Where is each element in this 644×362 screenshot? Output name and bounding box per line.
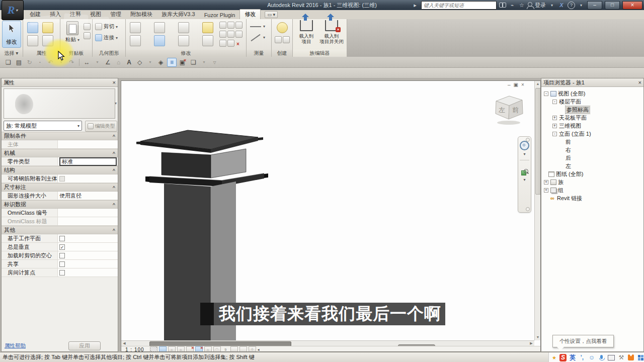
tab-view[interactable]: 视图 xyxy=(86,10,106,19)
tab-family-master[interactable]: 族库大师V3.3 xyxy=(157,10,200,19)
ime-language-toggle[interactable]: 英 xyxy=(570,353,576,362)
undo-dropdown-icon[interactable]: ▾ xyxy=(57,58,65,66)
punctuation-icon[interactable]: ’, xyxy=(579,354,585,361)
create-group-icon[interactable] xyxy=(277,22,288,33)
property-row-omniclass-number[interactable]: OmniClass 编号 xyxy=(2,209,118,217)
family-connectors-icon[interactable] xyxy=(42,35,53,46)
tree-item-back[interactable]: 后 xyxy=(541,154,643,162)
section-identity-data[interactable]: 标识数据^ xyxy=(2,200,118,209)
tab-addins[interactable]: 附加模块 xyxy=(126,10,157,19)
close-hidden-windows-icon[interactable]: ▣× xyxy=(179,58,187,66)
section-constraints[interactable]: 限制条件^ xyxy=(2,132,118,140)
panel-label-family-editor[interactable]: 族编辑器 xyxy=(293,50,347,57)
customize-qat-icon[interactable]: ▿ xyxy=(210,58,219,66)
scale-icon[interactable] xyxy=(227,31,234,38)
create-similar-icon[interactable] xyxy=(275,36,282,43)
always-vertical-checkbox[interactable]: ✓ xyxy=(59,244,65,250)
type-selector[interactable]: 族: 常规模型▾ xyxy=(4,121,82,131)
panel-label-modify[interactable]: 修改 xyxy=(126,50,246,57)
detail-level-icon[interactable] xyxy=(150,346,157,352)
login-label[interactable]: 登录 xyxy=(535,2,546,9)
view-restore-icon[interactable]: ▣ xyxy=(514,82,518,87)
ribbon-display-toggle[interactable]: ▭ ▾ xyxy=(265,11,278,18)
unlocked-view-icon[interactable]: ⌂ xyxy=(204,346,212,352)
load-into-project-button[interactable]: 载入到 项目 xyxy=(294,19,319,48)
tree-item-left[interactable]: 左 xyxy=(541,162,643,170)
view-dropdown-icon[interactable]: ▾ xyxy=(146,58,154,66)
section-mechanical[interactable]: 机械^ xyxy=(2,149,118,157)
sun-path-icon[interactable]: ☼ xyxy=(168,346,176,352)
wheel-dropdown-icon[interactable]: ▾ xyxy=(523,152,525,156)
show-constraints-icon[interactable] xyxy=(239,346,247,352)
scroll-left-icon[interactable]: ◀ xyxy=(121,341,127,346)
panel-label-create[interactable]: 创建 xyxy=(272,50,292,57)
reveal-hidden-icon[interactable]: 9 xyxy=(222,347,229,352)
aligned-dimension-qat-icon[interactable]: ∠ xyxy=(104,58,112,66)
split-with-gap-icon[interactable] xyxy=(227,22,234,29)
tree-item-views[interactable]: - 视图 (全部) xyxy=(541,89,643,98)
move-icon[interactable] xyxy=(130,35,141,46)
sogou-logo-icon[interactable]: S xyxy=(559,354,567,361)
vertical-scrollbar[interactable]: ▲ ▼ xyxy=(534,81,541,340)
toolbox-icon[interactable]: ⚒ xyxy=(618,354,624,361)
tree-item-right[interactable]: 右 xyxy=(541,146,643,154)
emoji-icon[interactable]: ☺ xyxy=(589,354,595,361)
worksharing-display-icon[interactable]: ⊹ xyxy=(249,346,256,352)
measure-between-icon[interactable] xyxy=(250,26,261,27)
show-crop-region-icon[interactable]: × xyxy=(195,346,203,352)
join-geometry-button[interactable]: 连接 xyxy=(104,34,114,41)
property-row-workplane-based[interactable]: 基于工作平面 xyxy=(2,234,118,243)
zoom-icon[interactable] xyxy=(521,169,528,176)
panel-label-select[interactable]: 选择 ▾ xyxy=(0,50,23,57)
offset-icon[interactable] xyxy=(154,22,165,33)
array-icon[interactable] xyxy=(219,31,226,38)
communication-center-icon[interactable]: ⌁ xyxy=(509,2,516,9)
scroll-down-icon[interactable]: ▼ xyxy=(535,334,541,340)
property-row-omniclass-title[interactable]: OmniClass 标题 xyxy=(2,217,118,226)
load-into-project-and-close-button[interactable]: × 载入到 项目并关闭 xyxy=(319,19,344,48)
project-browser-close-icon[interactable]: × xyxy=(638,79,641,85)
redo-icon[interactable]: ↷ xyxy=(67,58,76,66)
create-assembly-icon[interactable] xyxy=(283,36,290,43)
aligned-dimension-icon[interactable] xyxy=(251,34,260,41)
trim-multiple-icon[interactable] xyxy=(227,40,234,47)
tree-item-groups[interactable]: + 组 xyxy=(541,186,643,194)
favorites-star-icon[interactable]: ☆ xyxy=(518,2,525,9)
tab-annotate[interactable]: 注释 xyxy=(65,10,86,19)
section-other[interactable]: 其他^ xyxy=(2,226,118,234)
measure-dropdown-icon[interactable]: ▾ xyxy=(93,58,102,66)
skin-icon[interactable] xyxy=(627,354,634,361)
view-scale[interactable]: 1 : 100 xyxy=(125,347,144,352)
temporary-hide-isolate-icon[interactable]: ◠ xyxy=(213,346,221,352)
part-type-field[interactable]: 标准 xyxy=(59,157,117,166)
preview-scroll-icon[interactable]: ▾ xyxy=(115,101,117,106)
scroll-right-icon[interactable]: ▶ xyxy=(528,341,534,346)
tree-item-elevations[interactable]: - 立面 (立面 1) xyxy=(541,130,643,138)
tree-item-families[interactable]: + 族 xyxy=(541,178,643,186)
switch-windows-dropdown-icon[interactable]: ▾ xyxy=(200,58,208,66)
copy-icon[interactable] xyxy=(154,35,165,46)
unpin-icon[interactable] xyxy=(235,31,243,38)
measure-icon[interactable]: ↔ xyxy=(83,58,91,66)
properties-header[interactable]: 属性 × xyxy=(2,78,118,87)
property-row-cut-voids[interactable]: 加载时剪切的空心 xyxy=(2,251,118,260)
paste-label[interactable]: 粘贴 ▾ xyxy=(65,36,79,43)
switch-windows-icon[interactable]: ❏ xyxy=(189,58,198,66)
zoom-dropdown-icon[interactable]: ▾ xyxy=(523,177,525,182)
property-row-round-connector[interactable]: 圆形连接件大小 使用直径 xyxy=(2,192,118,200)
steering-wheel-icon[interactable] xyxy=(520,141,529,150)
family-category-icon[interactable] xyxy=(27,35,38,46)
tree-item-front[interactable]: 前 xyxy=(541,138,643,146)
view-minimize-icon[interactable]: – xyxy=(508,82,511,87)
tab-fuzor[interactable]: Fuzor Plugin xyxy=(200,11,240,19)
maximize-button[interactable]: □ xyxy=(605,1,620,10)
tree-item-revit-links[interactable]: ∞ Revit 链接 xyxy=(541,194,643,202)
temporary-view-properties-icon[interactable] xyxy=(230,346,238,352)
split-element-icon[interactable] xyxy=(219,22,226,29)
paste-icon[interactable] xyxy=(66,21,78,35)
search-input[interactable] xyxy=(421,1,497,10)
apply-button[interactable]: 应用 xyxy=(68,341,101,350)
shared-checkbox[interactable] xyxy=(59,261,65,267)
application-menu-button[interactable]: R▾ xyxy=(2,0,24,20)
tree-item-sheets[interactable]: 图纸 (全部) xyxy=(541,170,643,178)
